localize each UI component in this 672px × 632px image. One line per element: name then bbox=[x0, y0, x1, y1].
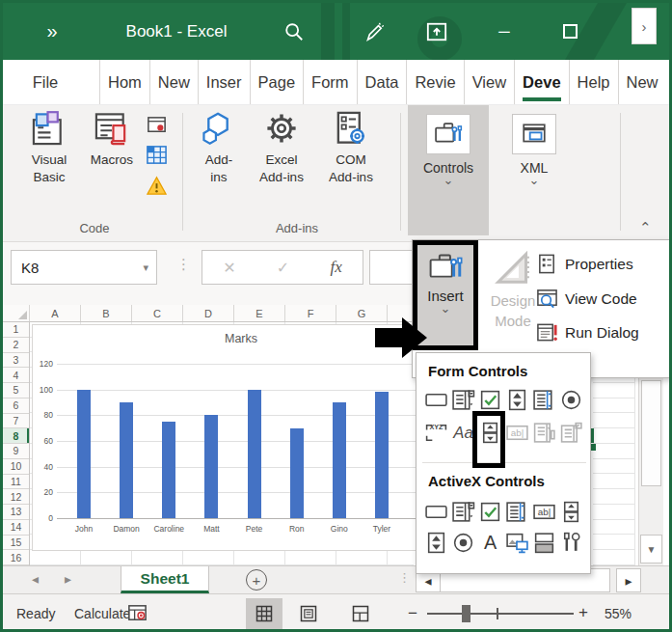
chart-bar-damon[interactable] bbox=[120, 402, 133, 518]
column-header-d[interactable]: D bbox=[183, 305, 234, 321]
controls-group-button[interactable]: Controls ⌄ bbox=[408, 105, 489, 235]
zoom-out-button[interactable]: − bbox=[408, 604, 417, 623]
row-header-11[interactable]: 11 bbox=[3, 475, 29, 490]
row-header-13[interactable]: 13 bbox=[3, 505, 29, 520]
chart-bar-gino[interactable] bbox=[333, 402, 346, 518]
tab-new[interactable]: New bbox=[618, 60, 666, 104]
column-header-c[interactable]: C bbox=[132, 305, 183, 321]
tab-inser[interactable]: Inser bbox=[198, 60, 250, 104]
chart-bar-matt[interactable] bbox=[204, 415, 218, 518]
row-header-2[interactable]: 2 bbox=[3, 338, 29, 353]
marks-bar-chart[interactable]: Marks020406080100120JohnDamonCarolineMat… bbox=[32, 324, 431, 551]
row-header-15[interactable]: 15 bbox=[3, 536, 29, 551]
vertical-scrollbar-thumb[interactable] bbox=[641, 380, 661, 486]
form-option-button-icon[interactable] bbox=[559, 388, 583, 412]
activex-label-icon[interactable]: A bbox=[478, 531, 502, 555]
form-combo-list-edit-icon[interactable] bbox=[532, 421, 556, 445]
tab-help[interactable]: Help bbox=[569, 60, 618, 104]
form-list-box-icon[interactable] bbox=[532, 388, 556, 412]
quick-access-more-button[interactable]: » bbox=[32, 3, 70, 60]
tab-overflow-button[interactable]: › bbox=[632, 8, 657, 44]
tab-new[interactable]: New bbox=[149, 60, 198, 104]
row-header-4[interactable]: 4 bbox=[3, 368, 29, 383]
tab-revie[interactable]: Revie bbox=[406, 60, 463, 104]
minimize-button[interactable]: ─ bbox=[483, 3, 525, 60]
cancel-icon[interactable]: ✕ bbox=[223, 259, 235, 277]
column-header-b[interactable]: B bbox=[81, 305, 132, 321]
column-header-f[interactable]: F bbox=[285, 305, 336, 321]
form-spin-button-icon[interactable] bbox=[505, 388, 529, 412]
row-header-16[interactable]: 16 bbox=[3, 550, 29, 565]
sheet-prev-icon[interactable]: ◂ bbox=[32, 571, 39, 587]
excel-add-ins-button[interactable]: Excel Add-ins bbox=[250, 109, 313, 185]
row-header-9[interactable]: 9 bbox=[3, 444, 29, 459]
column-header-a[interactable]: A bbox=[30, 305, 81, 321]
row-header-5[interactable]: 5 bbox=[3, 383, 29, 398]
activex-image-icon[interactable] bbox=[505, 531, 529, 555]
form-combo-box-icon[interactable] bbox=[451, 388, 475, 412]
sheet-next-icon[interactable]: ▸ bbox=[65, 571, 71, 587]
enter-icon[interactable]: ✓ bbox=[277, 259, 289, 277]
row-header-8[interactable]: 8 bbox=[3, 428, 29, 444]
zoom-level[interactable]: 55% bbox=[605, 606, 632, 621]
form-text-field-icon[interactable]: ab| bbox=[505, 421, 529, 445]
activex-command-button-icon[interactable] bbox=[424, 500, 448, 524]
tab-scrollbar-divider-dots[interactable]: ⋮ bbox=[398, 570, 411, 585]
xml-group-button[interactable]: XML ⌄ bbox=[502, 105, 566, 235]
zoom-slider-track[interactable] bbox=[427, 613, 574, 615]
dropdown-arrow-icon[interactable]: ▾ bbox=[143, 261, 148, 274]
tab-deve[interactable]: Deve bbox=[514, 60, 568, 104]
add-ins-button[interactable]: Add- ins bbox=[194, 109, 244, 185]
row-header-3[interactable]: 3 bbox=[3, 353, 29, 369]
formula-bar-divider-dots[interactable]: ⋮ bbox=[176, 256, 192, 273]
view-code-menu-item[interactable]: View Code bbox=[536, 288, 637, 310]
draw-pen-icon[interactable] bbox=[352, 3, 394, 60]
tab-hom[interactable]: Hom bbox=[99, 60, 149, 104]
row-header-12[interactable]: 12 bbox=[3, 489, 29, 505]
properties-menu-item[interactable]: Properties bbox=[536, 253, 633, 275]
row-header-1[interactable]: 1 bbox=[3, 322, 29, 338]
name-box[interactable]: K8 ▾ bbox=[11, 250, 157, 285]
zoom-in-button[interactable]: + bbox=[578, 603, 588, 622]
chart-bar-caroline[interactable] bbox=[162, 422, 175, 518]
activex-more-controls-icon[interactable] bbox=[559, 531, 583, 555]
page-break-preview-button[interactable] bbox=[342, 598, 379, 629]
row-header-14[interactable]: 14 bbox=[3, 520, 29, 536]
record-macro-icon[interactable] bbox=[146, 115, 168, 137]
tab-data[interactable]: Data bbox=[357, 60, 407, 104]
chart-bar-ron[interactable] bbox=[290, 428, 304, 518]
form-check-box-icon[interactable] bbox=[478, 388, 502, 412]
form-combo-dropdown-edit-icon[interactable] bbox=[559, 421, 583, 445]
zoom-slider-thumb[interactable] bbox=[462, 605, 470, 622]
form-label-icon[interactable]: Aa bbox=[451, 421, 475, 445]
form-button-icon[interactable] bbox=[424, 388, 448, 412]
normal-view-button[interactable] bbox=[246, 598, 282, 629]
activex-scroll-bar-icon[interactable] bbox=[424, 531, 448, 555]
ribbon-display-options-icon[interactable] bbox=[416, 3, 458, 60]
insert-function-icon[interactable]: fx bbox=[331, 258, 342, 277]
macros-button[interactable]: Macros bbox=[84, 109, 140, 169]
collapse-ribbon-icon[interactable]: ⌃ bbox=[639, 219, 652, 236]
run-dialog-menu-item[interactable]: Run Dialog bbox=[536, 321, 639, 343]
row-header-10[interactable]: 10 bbox=[3, 459, 29, 475]
row-header-6[interactable]: 6 bbox=[3, 398, 29, 414]
design-mode-button-disabled[interactable]: Design Mode bbox=[482, 240, 544, 350]
chart-bar-john[interactable] bbox=[77, 390, 91, 518]
scroll-right-icon[interactable]: ▸ bbox=[616, 568, 641, 592]
tab-file[interactable]: File bbox=[3, 60, 88, 104]
tab-page[interactable]: Page bbox=[250, 60, 304, 104]
status-calculate[interactable]: Calculate bbox=[74, 606, 130, 621]
activex-combo-box-icon[interactable] bbox=[451, 500, 475, 524]
search-icon[interactable] bbox=[273, 3, 315, 60]
macro-security-warning-icon[interactable] bbox=[146, 175, 168, 197]
column-header-g[interactable]: G bbox=[336, 305, 388, 321]
form-scroll-bar-icon[interactable] bbox=[478, 421, 502, 445]
chart-bar-tyler[interactable] bbox=[375, 392, 389, 518]
tab-form[interactable]: Form bbox=[303, 60, 357, 104]
column-header-e[interactable]: E bbox=[234, 305, 285, 321]
com-add-ins-button[interactable]: COM Add-ins bbox=[319, 109, 383, 185]
chart-bar-pete[interactable] bbox=[248, 390, 261, 518]
activex-text-box-icon[interactable]: ab| bbox=[532, 500, 556, 524]
form-group-box-icon[interactable]: XYZ bbox=[424, 421, 448, 445]
activex-list-box-icon[interactable] bbox=[505, 500, 529, 524]
